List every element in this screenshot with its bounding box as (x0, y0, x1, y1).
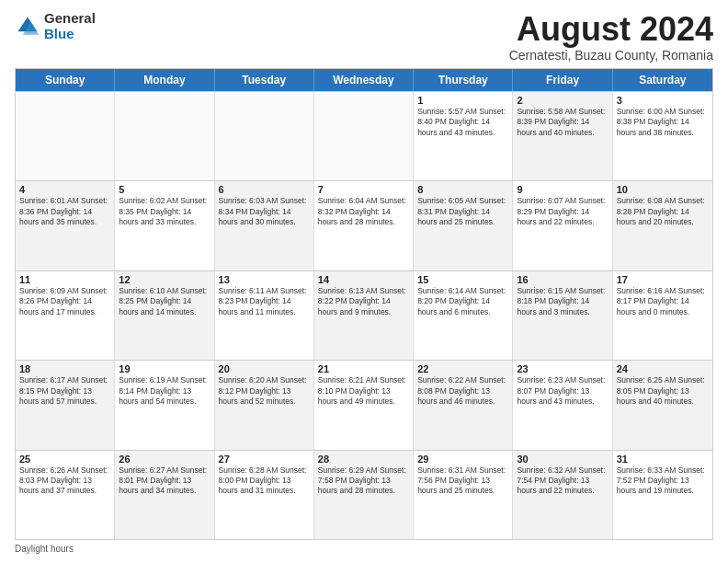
day-info: Sunrise: 6:09 AM Sunset: 8:26 PM Dayligh… (19, 286, 110, 317)
day-number: 16 (517, 274, 608, 285)
day-number: 25 (19, 454, 110, 465)
day-info: Sunrise: 6:33 AM Sunset: 7:52 PM Dayligh… (617, 465, 709, 497)
day-number: 6 (219, 184, 310, 195)
calendar-cell: 4Sunrise: 6:01 AM Sunset: 8:36 PM Daylig… (16, 181, 115, 270)
day-number: 19 (119, 363, 210, 374)
calendar-cell: 12Sunrise: 6:10 AM Sunset: 8:25 PM Dayli… (115, 271, 214, 360)
day-info: Sunrise: 6:03 AM Sunset: 8:34 PM Dayligh… (219, 196, 310, 227)
logo-general-text: General (44, 11, 96, 27)
day-number: 30 (517, 454, 608, 465)
day-number: 3 (617, 95, 709, 106)
calendar-cell (16, 92, 115, 180)
day-info: Sunrise: 6:28 AM Sunset: 8:00 PM Dayligh… (219, 465, 310, 497)
calendar-cell: 1Sunrise: 5:57 AM Sunset: 8:40 PM Daylig… (414, 92, 513, 180)
day-info: Sunrise: 6:08 AM Sunset: 8:28 PM Dayligh… (617, 196, 709, 227)
calendar-body: 1Sunrise: 5:57 AM Sunset: 8:40 PM Daylig… (16, 91, 712, 539)
day-number: 27 (219, 454, 310, 465)
day-info: Sunrise: 6:32 AM Sunset: 7:54 PM Dayligh… (517, 465, 608, 497)
day-info: Sunrise: 6:26 AM Sunset: 8:03 PM Dayligh… (19, 465, 110, 497)
calendar-cell: 14Sunrise: 6:13 AM Sunset: 8:22 PM Dayli… (314, 271, 414, 360)
day-number: 4 (19, 184, 110, 195)
day-number: 11 (19, 274, 110, 285)
day-info: Sunrise: 6:14 AM Sunset: 8:20 PM Dayligh… (417, 286, 508, 317)
day-number: 12 (119, 274, 210, 285)
day-number: 24 (617, 363, 709, 374)
day-info: Sunrise: 5:57 AM Sunset: 8:40 PM Dayligh… (417, 107, 508, 138)
day-info: Sunrise: 6:20 AM Sunset: 8:12 PM Dayligh… (219, 375, 310, 407)
day-number: 5 (119, 184, 210, 195)
day-number: 7 (318, 184, 409, 195)
page: General Blue August 2024 Cernatesti, Buz… (0, 0, 728, 563)
day-number: 1 (417, 95, 508, 106)
calendar-header-cell: Saturday (613, 69, 712, 91)
day-info: Sunrise: 6:02 AM Sunset: 8:35 PM Dayligh… (119, 196, 210, 227)
calendar-cell: 23Sunrise: 6:23 AM Sunset: 8:07 PM Dayli… (513, 361, 612, 449)
calendar-cell: 9Sunrise: 6:07 AM Sunset: 8:29 PM Daylig… (513, 181, 612, 270)
calendar-cell: 3Sunrise: 6:00 AM Sunset: 8:38 PM Daylig… (613, 92, 712, 180)
calendar-cell: 17Sunrise: 6:16 AM Sunset: 8:17 PM Dayli… (613, 271, 712, 360)
day-number: 26 (119, 454, 210, 465)
calendar-header-cell: Tuesday (215, 69, 314, 91)
logo-blue-text: Blue (44, 27, 96, 42)
day-info: Sunrise: 6:25 AM Sunset: 8:05 PM Dayligh… (617, 375, 709, 407)
calendar-cell: 7Sunrise: 6:04 AM Sunset: 8:32 PM Daylig… (314, 181, 414, 270)
day-info: Sunrise: 6:19 AM Sunset: 8:14 PM Dayligh… (119, 375, 210, 407)
day-info: Sunrise: 6:27 AM Sunset: 8:01 PM Dayligh… (119, 465, 210, 497)
day-number: 18 (19, 363, 110, 374)
calendar-week: 25Sunrise: 6:26 AM Sunset: 8:03 PM Dayli… (16, 450, 712, 539)
calendar-header-cell: Friday (513, 69, 612, 91)
logo-icon (15, 14, 40, 40)
day-info: Sunrise: 6:01 AM Sunset: 8:36 PM Dayligh… (19, 196, 110, 227)
calendar-header: SundayMondayTuesdayWednesdayThursdayFrid… (16, 69, 712, 91)
calendar-cell: 31Sunrise: 6:33 AM Sunset: 7:52 PM Dayli… (613, 451, 712, 539)
logo: General Blue (15, 11, 96, 41)
day-number: 14 (318, 274, 409, 285)
day-number: 29 (417, 454, 508, 465)
calendar-cell: 6Sunrise: 6:03 AM Sunset: 8:34 PM Daylig… (215, 181, 314, 270)
day-number: 22 (417, 363, 508, 374)
day-number: 31 (617, 454, 709, 465)
calendar-header-cell: Wednesday (314, 69, 414, 91)
calendar-cell: 18Sunrise: 6:17 AM Sunset: 8:15 PM Dayli… (16, 361, 115, 449)
day-info: Sunrise: 6:11 AM Sunset: 8:23 PM Dayligh… (219, 286, 310, 317)
calendar-header-cell: Sunday (16, 69, 115, 91)
calendar-cell: 13Sunrise: 6:11 AM Sunset: 8:23 PM Dayli… (215, 271, 314, 360)
calendar-cell: 25Sunrise: 6:26 AM Sunset: 8:03 PM Dayli… (16, 451, 115, 539)
day-info: Sunrise: 6:16 AM Sunset: 8:17 PM Dayligh… (617, 286, 709, 317)
day-info: Sunrise: 6:21 AM Sunset: 8:10 PM Dayligh… (318, 375, 409, 407)
calendar-cell: 24Sunrise: 6:25 AM Sunset: 8:05 PM Dayli… (613, 361, 712, 449)
calendar-week: 11Sunrise: 6:09 AM Sunset: 8:26 PM Dayli… (16, 270, 712, 360)
day-number: 9 (517, 184, 608, 195)
calendar-header-cell: Thursday (414, 69, 513, 91)
calendar-cell: 8Sunrise: 6:05 AM Sunset: 8:31 PM Daylig… (414, 181, 513, 270)
calendar-week: 18Sunrise: 6:17 AM Sunset: 8:15 PM Dayli… (16, 360, 712, 449)
calendar-cell: 28Sunrise: 6:29 AM Sunset: 7:58 PM Dayli… (314, 451, 414, 539)
day-info: Sunrise: 6:13 AM Sunset: 8:22 PM Dayligh… (318, 286, 409, 317)
calendar-week: 1Sunrise: 5:57 AM Sunset: 8:40 PM Daylig… (16, 91, 712, 180)
day-number: 23 (517, 363, 608, 374)
calendar-header-cell: Monday (115, 69, 214, 91)
calendar-cell: 2Sunrise: 5:58 AM Sunset: 8:39 PM Daylig… (513, 92, 612, 180)
day-info: Sunrise: 6:17 AM Sunset: 8:15 PM Dayligh… (19, 375, 110, 407)
day-number: 15 (417, 274, 508, 285)
day-number: 13 (219, 274, 310, 285)
day-info: Sunrise: 6:04 AM Sunset: 8:32 PM Dayligh… (318, 196, 409, 227)
day-info: Sunrise: 5:58 AM Sunset: 8:39 PM Dayligh… (517, 107, 608, 138)
day-info: Sunrise: 6:31 AM Sunset: 7:56 PM Dayligh… (417, 465, 508, 497)
footer: Daylight hours (15, 544, 713, 554)
calendar-cell (215, 92, 314, 180)
day-info: Sunrise: 6:05 AM Sunset: 8:31 PM Dayligh… (417, 196, 508, 227)
day-number: 17 (617, 274, 709, 285)
title-block: August 2024 Cernatesti, Buzau County, Ro… (509, 11, 713, 63)
calendar-week: 4Sunrise: 6:01 AM Sunset: 8:36 PM Daylig… (16, 180, 712, 270)
calendar-cell: 19Sunrise: 6:19 AM Sunset: 8:14 PM Dayli… (115, 361, 214, 449)
calendar-cell: 15Sunrise: 6:14 AM Sunset: 8:20 PM Dayli… (414, 271, 513, 360)
calendar-cell (314, 92, 414, 180)
day-info: Sunrise: 6:00 AM Sunset: 8:38 PM Dayligh… (617, 107, 709, 138)
day-number: 2 (517, 95, 608, 106)
main-title: August 2024 (509, 11, 713, 48)
calendar-cell: 29Sunrise: 6:31 AM Sunset: 7:56 PM Dayli… (414, 451, 513, 539)
calendar-cell: 16Sunrise: 6:15 AM Sunset: 8:18 PM Dayli… (513, 271, 612, 360)
day-info: Sunrise: 6:07 AM Sunset: 8:29 PM Dayligh… (517, 196, 608, 227)
day-number: 8 (417, 184, 508, 195)
